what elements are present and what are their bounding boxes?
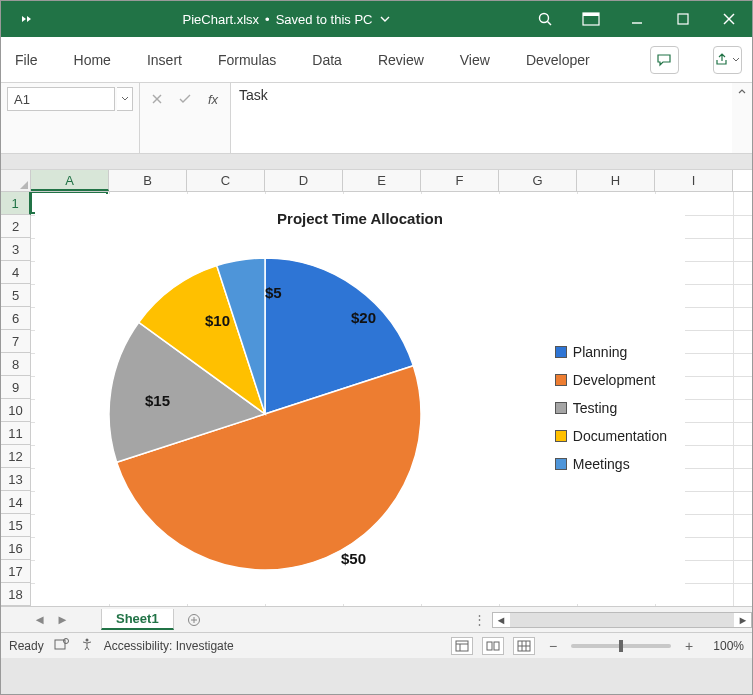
cancel-formula-button[interactable] — [144, 87, 170, 111]
formula-bar-expand[interactable] — [732, 83, 752, 153]
tab-data[interactable]: Data — [308, 46, 346, 74]
horizontal-scrollbar[interactable]: ◄ ► — [492, 612, 752, 628]
scroll-thumb[interactable] — [510, 613, 734, 627]
row-header-13[interactable]: 13 — [1, 468, 31, 491]
column-header-D[interactable]: D — [265, 170, 343, 191]
row-header-6[interactable]: 6 — [1, 307, 31, 330]
row-header-8[interactable]: 8 — [1, 353, 31, 376]
minimize-button[interactable] — [614, 1, 660, 37]
legend-label: Planning — [573, 344, 628, 360]
row-header-16[interactable]: 16 — [1, 537, 31, 560]
row-header-12[interactable]: 12 — [1, 445, 31, 468]
accessibility-status[interactable]: Accessibility: Investigate — [104, 639, 234, 653]
formula-input[interactable]: Task — [231, 83, 732, 153]
gray-strip — [1, 154, 752, 170]
column-header-I[interactable]: I — [655, 170, 733, 191]
svg-line-1 — [548, 22, 552, 26]
svg-rect-19 — [487, 642, 492, 650]
svg-point-0 — [540, 14, 549, 23]
tab-developer[interactable]: Developer — [522, 46, 594, 74]
row-header-17[interactable]: 17 — [1, 560, 31, 583]
row-header-2[interactable]: 2 — [1, 215, 31, 238]
legend-swatch — [555, 402, 567, 414]
share-button[interactable] — [713, 46, 742, 74]
sheet-tab-active[interactable]: Sheet1 — [101, 609, 174, 630]
row-header-15[interactable]: 15 — [1, 514, 31, 537]
svg-rect-5 — [678, 14, 688, 24]
pie-label-meetings: $5 — [265, 284, 282, 301]
view-normal-button[interactable] — [451, 637, 473, 655]
chart-legend: PlanningDevelopmentTestingDocumentationM… — [555, 344, 667, 472]
quick-access-more-button[interactable] — [6, 1, 46, 37]
new-sheet-button[interactable] — [180, 610, 208, 630]
accessibility-icon[interactable] — [80, 637, 94, 654]
tab-review[interactable]: Review — [374, 46, 428, 74]
scroll-left-arrow[interactable]: ◄ — [493, 614, 509, 626]
row-header-14[interactable]: 14 — [1, 491, 31, 514]
embedded-chart[interactable]: Project Time Allocation $20$50$15$10$5 P… — [35, 194, 685, 604]
column-header-H[interactable]: H — [577, 170, 655, 191]
column-header-C[interactable]: C — [187, 170, 265, 191]
sheet-nav-prev[interactable]: ◄ — [33, 612, 46, 627]
column-header-G[interactable]: G — [499, 170, 577, 191]
legend-swatch — [555, 374, 567, 386]
row-header-3[interactable]: 3 — [1, 238, 31, 261]
row-header-9[interactable]: 9 — [1, 376, 31, 399]
comments-button[interactable] — [650, 46, 679, 74]
tab-insert[interactable]: Insert — [143, 46, 186, 74]
search-button[interactable] — [522, 1, 568, 37]
status-bar: Ready Accessibility: Investigate − + 100… — [1, 632, 752, 658]
cells-area[interactable]: Project Time Allocation $20$50$15$10$5 P… — [31, 192, 752, 606]
tab-file[interactable]: File — [11, 46, 42, 74]
row-header-4[interactable]: 4 — [1, 261, 31, 284]
row-header-18[interactable]: 18 — [1, 583, 31, 606]
legend-swatch — [555, 430, 567, 442]
legend-item-documentation: Documentation — [555, 428, 667, 444]
chart-title: Project Time Allocation — [35, 194, 685, 227]
insert-function-button[interactable]: fx — [200, 87, 226, 111]
svg-rect-3 — [583, 13, 599, 16]
zoom-in-button[interactable]: + — [681, 638, 697, 654]
name-box-dropdown[interactable] — [117, 87, 133, 111]
pie-label-documentation: $10 — [205, 312, 230, 329]
column-header-B[interactable]: B — [109, 170, 187, 191]
macro-record-icon[interactable] — [54, 637, 70, 654]
column-header-E[interactable]: E — [343, 170, 421, 191]
row-header-11[interactable]: 11 — [1, 422, 31, 445]
enter-formula-button[interactable] — [172, 87, 198, 111]
zoom-slider[interactable] — [571, 644, 671, 648]
scroll-right-arrow[interactable]: ► — [735, 614, 751, 626]
sheet-bar-resize-handle[interactable]: ⋮ — [473, 612, 488, 627]
view-page-layout-button[interactable] — [482, 637, 504, 655]
row-header-5[interactable]: 5 — [1, 284, 31, 307]
legend-item-testing: Testing — [555, 400, 667, 416]
zoom-out-button[interactable]: − — [545, 638, 561, 654]
legend-label: Development — [573, 372, 656, 388]
sheet-tab-bar: ◄ ► Sheet1 ⋮ ◄ ► — [1, 606, 752, 632]
pie-plot-area — [105, 254, 425, 574]
column-header-A[interactable]: A — [31, 170, 109, 191]
legend-item-planning: Planning — [555, 344, 667, 360]
view-page-break-button[interactable] — [513, 637, 535, 655]
maximize-button[interactable] — [660, 1, 706, 37]
name-box[interactable] — [7, 87, 115, 111]
tab-formulas[interactable]: Formulas — [214, 46, 280, 74]
pie-label-planning: $20 — [351, 309, 376, 326]
tab-view[interactable]: View — [456, 46, 494, 74]
sheet-nav-next[interactable]: ► — [56, 612, 69, 627]
ribbon-display-button[interactable] — [568, 1, 614, 37]
select-all-triangle[interactable] — [1, 170, 31, 191]
legend-item-meetings: Meetings — [555, 456, 667, 472]
row-header-7[interactable]: 7 — [1, 330, 31, 353]
chevron-down-icon[interactable] — [380, 12, 390, 27]
zoom-level[interactable]: 100% — [713, 639, 744, 653]
close-button[interactable] — [706, 1, 752, 37]
tab-home[interactable]: Home — [70, 46, 115, 74]
row-header-10[interactable]: 10 — [1, 399, 31, 422]
document-filename: PieChart.xlsx — [183, 12, 260, 27]
row-header-1[interactable]: 1 — [1, 192, 31, 215]
ribbon-tabs: File Home Insert Formulas Data Review Vi… — [1, 37, 752, 83]
status-mode: Ready — [9, 639, 44, 653]
save-status[interactable]: Saved to this PC — [276, 12, 373, 27]
column-header-F[interactable]: F — [421, 170, 499, 191]
